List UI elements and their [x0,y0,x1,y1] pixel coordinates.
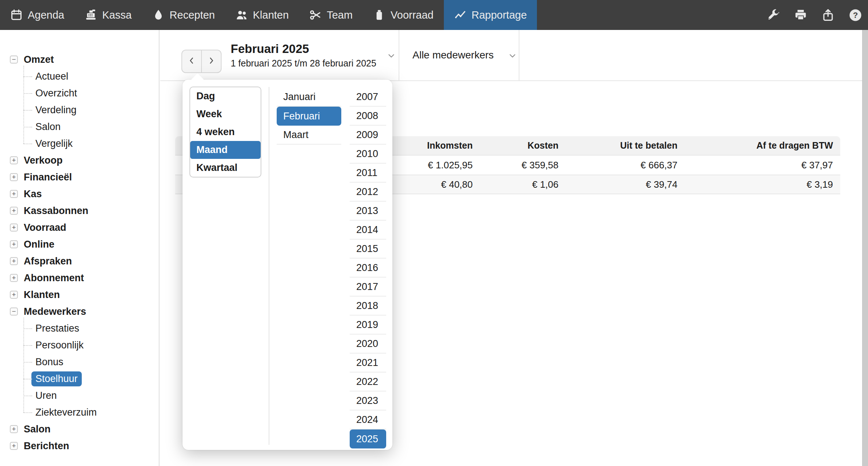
period-option-maand[interactable]: Maand [190,141,261,159]
chevron-down-icon[interactable] [387,51,396,62]
scissors-icon [309,9,322,21]
date-range-selector[interactable]: Februari 2025 1 februari 2025 t/m 28 feb… [231,42,376,69]
tab-klanten[interactable]: Klanten [225,0,299,30]
sidebar-child-label: Verdeling [35,104,77,116]
popup-divider [269,87,269,445]
sidebar-item-berichten[interactable]: +Berichten [0,438,159,454]
year-option-2011[interactable]: 2011 [350,164,386,183]
expand-icon[interactable]: + [10,257,18,265]
tab-label: Agenda [28,9,64,21]
sidebar-item-salon[interactable]: Salon [0,118,159,135]
tab-agenda[interactable]: Agenda [0,0,74,30]
tab-label: Klanten [253,9,289,21]
wrench-button[interactable] [767,8,780,22]
tab-rapportage[interactable]: Rapportage [444,0,537,30]
sidebar-item-afspraken[interactable]: +Afspraken [0,253,159,270]
year-option-2012[interactable]: 2012 [350,183,386,202]
collapse-icon[interactable]: − [10,56,18,64]
sidebar-item-overzicht[interactable]: Overzicht [0,85,159,102]
year-option-2009[interactable]: 2009 [350,126,386,145]
vertical-scrollbar[interactable] [862,30,868,466]
sidebar-item-stoelhuur[interactable]: Stoelhuur [0,370,159,387]
year-option-2024[interactable]: 2024 [350,410,386,429]
year-option-2007[interactable]: 2007 [350,88,386,107]
period-option-4-weken[interactable]: 4 weken [190,123,261,141]
sidebar-item-uren[interactable]: Uren [0,387,159,404]
sidebar-section-label: Online [24,239,54,250]
sidebar-item-verdeling[interactable]: Verdeling [0,102,159,118]
tab-team[interactable]: Team [299,0,363,30]
year-option-2014[interactable]: 2014 [350,221,386,240]
expand-icon[interactable]: + [10,240,18,248]
sidebar-child-label: Overzicht [35,88,77,99]
app: { "colors": { "accent": "#3579b8", "topb… [0,0,868,466]
year-option-2021[interactable]: 2021 [350,354,386,373]
tab-kassa[interactable]: Kassa [74,0,142,30]
year-option-2017[interactable]: 2017 [350,278,386,297]
year-option-2016[interactable]: 2016 [350,259,386,278]
expand-icon[interactable]: + [10,190,18,198]
sidebar-item-ziekteverzuim[interactable]: Ziekteverzuim [0,404,159,421]
year-option-2008[interactable]: 2008 [350,107,386,126]
year-option-2015[interactable]: 2015 [350,240,386,259]
year-option-2019[interactable]: 2019 [350,316,386,335]
next-period-button[interactable] [201,50,221,72]
expand-icon[interactable]: + [10,207,18,215]
expand-icon[interactable]: + [10,442,18,450]
month-option-maart[interactable]: Maart [277,126,341,145]
expand-icon[interactable]: + [10,224,18,232]
year-option-2013[interactable]: 2013 [350,202,386,221]
sidebar-item-kassabonnen[interactable]: +Kassabonnen [0,202,159,219]
sidebar-item-bonus[interactable]: Bonus [0,354,159,370]
table-header-inkomsten: Inkomsten [394,136,480,155]
sidebar-section-label: Kassabonnen [24,205,88,217]
period-option-week[interactable]: Week [190,105,261,123]
year-option-2025[interactable]: 2025 [350,429,386,448]
month-option-februari[interactable]: Februari [277,107,341,126]
help-button[interactable]: ? [849,8,862,22]
period-option-kwartaal[interactable]: Kwartaal [190,159,261,177]
table-header-uit-te-betalen: Uit te betalen [566,136,685,155]
sidebar-item-kas[interactable]: +Kas [0,186,159,202]
expand-icon[interactable]: + [10,156,18,164]
sidebar-item-voorraad[interactable]: +Voorraad [0,219,159,236]
sidebar-item-online[interactable]: +Online [0,236,159,253]
staff-filter-dropdown[interactable]: Alle medewerkers [412,30,494,80]
expand-icon[interactable]: + [10,173,18,181]
sidebar-item-prestaties[interactable]: Prestaties [0,320,159,337]
sidebar-item-actueel[interactable]: Actueel [0,68,159,85]
year-option-2010[interactable]: 2010 [350,145,386,164]
sidebar-item-abonnement[interactable]: +Abonnement [0,270,159,286]
date-picker-popup: DagWeek4 wekenMaandKwartaal JanuariFebru… [183,80,392,450]
bottle-icon [373,9,385,21]
sidebar-item-klanten[interactable]: +Klanten [0,286,159,303]
collapse-icon[interactable]: − [10,308,18,316]
sidebar-item-salon[interactable]: +Salon [0,421,159,438]
expand-icon[interactable]: + [10,274,18,282]
sidebar-item-financie-l[interactable]: +Financieël [0,169,159,186]
table-header-kosten: Kosten [480,136,566,155]
topbar-tabs: AgendaKassaReceptenKlantenTeamVoorraadRa… [0,0,537,30]
chevron-down-icon[interactable] [508,51,517,62]
expand-icon[interactable]: + [10,291,18,299]
tab-recepten[interactable]: Recepten [142,0,225,30]
table-cell: € 37,97 [685,155,840,175]
year-option-2018[interactable]: 2018 [350,297,386,316]
sidebar-section-label: Berichten [24,440,69,452]
month-option-januari[interactable]: Januari [277,88,341,107]
sidebar-item-vergelijk[interactable]: Vergelijk [0,135,159,152]
previous-period-button[interactable] [182,50,201,72]
tab-voorraad[interactable]: Voorraad [363,0,444,30]
sidebar-item-verkoop[interactable]: +Verkoop [0,152,159,169]
period-option-dag[interactable]: Dag [190,87,261,105]
expand-icon[interactable]: + [10,425,18,433]
sidebar-item-persoonlijk[interactable]: Persoonlijk [0,337,159,354]
tab-label: Voorraad [391,9,434,21]
share-button[interactable] [821,8,835,22]
year-option-2022[interactable]: 2022 [350,373,386,391]
year-option-2020[interactable]: 2020 [350,335,386,354]
printer-button[interactable] [794,8,807,22]
svg-text:?: ? [853,11,858,20]
year-option-2023[interactable]: 2023 [350,391,386,410]
chevron-left-icon [187,56,196,66]
